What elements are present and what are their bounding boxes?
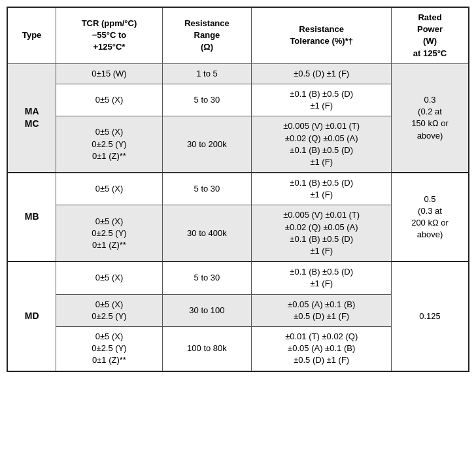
resistance-range-cell: 100 to 80k bbox=[162, 326, 252, 371]
tcr-cell: 0±5 (X) bbox=[56, 262, 162, 294]
tolerance-cell: ±0.005 (V) ±0.01 (T)±0.02 (Q) ±0.05 (A)±… bbox=[252, 205, 392, 262]
tcr-cell: 0±15 (W) bbox=[56, 63, 162, 84]
tcr-cell: 0±5 (X)0±2.5 (Y)0±1 (Z)** bbox=[56, 116, 162, 173]
tolerance-cell: ±0.005 (V) ±0.01 (T)±0.02 (Q) ±0.05 (A)±… bbox=[252, 116, 392, 173]
tolerance-cell: ±0.1 (B) ±0.5 (D)±1 (F) bbox=[252, 84, 392, 116]
header-tolerance: ResistanceTolerance (%)*† bbox=[252, 7, 392, 63]
header-rated-power: RatedPower(W)at 125°C bbox=[392, 7, 469, 63]
type-cell: MD bbox=[7, 262, 56, 371]
tcr-cell: 0±5 (X) bbox=[56, 173, 162, 205]
header-tcr: TCR (ppm/°C)−55°C to+125°C* bbox=[56, 7, 162, 63]
tolerance-cell: ±0.01 (T) ±0.02 (Q)±0.05 (A) ±0.1 (B)±0.… bbox=[252, 326, 392, 371]
tolerance-cell: ±0.1 (B) ±0.5 (D)±1 (F) bbox=[252, 173, 392, 205]
tolerance-cell: ±0.05 (A) ±0.1 (B)±0.5 (D) ±1 (F) bbox=[252, 294, 392, 326]
tolerance-cell: ±0.5 (D) ±1 (F) bbox=[252, 63, 392, 84]
type-cell: MAMC bbox=[7, 63, 56, 173]
specifications-table: Type TCR (ppm/°C)−55°C to+125°C* Resista… bbox=[7, 7, 469, 372]
tcr-cell: 0±5 (X)0±2.5 (Y) bbox=[56, 294, 162, 326]
tcr-cell: 0±5 (X)0±2.5 (Y)0±1 (Z)** bbox=[56, 326, 162, 371]
resistance-range-cell: 1 to 5 bbox=[162, 63, 252, 84]
tcr-cell: 0±5 (X)0±2.5 (Y)0±1 (Z)** bbox=[56, 205, 162, 262]
resistance-range-cell: 30 to 100 bbox=[162, 294, 252, 326]
header-resistance-range: ResistanceRange(Ω) bbox=[162, 7, 252, 63]
header-type: Type bbox=[7, 7, 56, 63]
resistance-range-cell: 30 to 200k bbox=[162, 116, 252, 173]
tcr-cell: 0±5 (X) bbox=[56, 84, 162, 116]
resistance-range-cell: 5 to 30 bbox=[162, 262, 252, 294]
rated-power-cell: 0.125 bbox=[392, 262, 469, 371]
rated-power-cell: 0.5(0.3 at200 kΩ orabove) bbox=[392, 173, 469, 262]
resistance-range-cell: 30 to 400k bbox=[162, 205, 252, 262]
rated-power-cell: 0.3(0.2 at150 kΩ orabove) bbox=[392, 63, 469, 173]
resistance-range-cell: 5 to 30 bbox=[162, 173, 252, 205]
resistance-range-cell: 5 to 30 bbox=[162, 84, 252, 116]
type-cell: MB bbox=[7, 173, 56, 262]
tolerance-cell: ±0.1 (B) ±0.5 (D)±1 (F) bbox=[252, 262, 392, 294]
